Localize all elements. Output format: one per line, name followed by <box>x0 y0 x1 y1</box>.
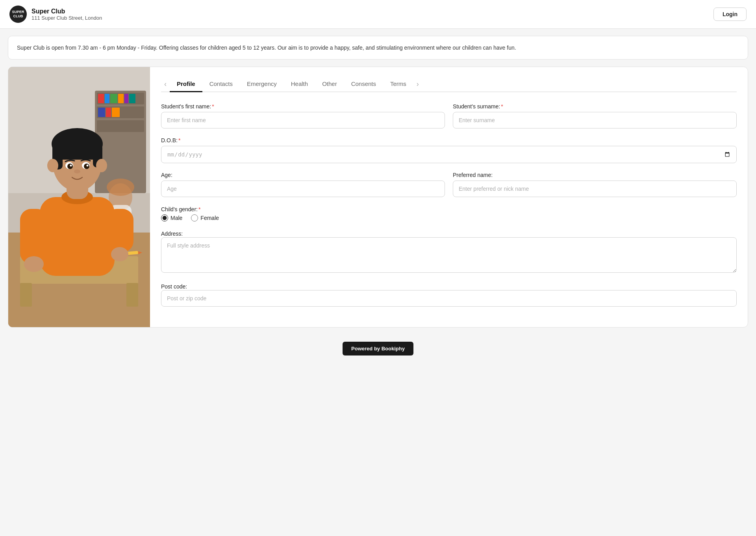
surname-group: Student's surname:* <box>453 103 737 128</box>
surname-required: * <box>501 103 503 110</box>
preferred-name-group: Preferred name: <box>453 172 737 197</box>
svg-rect-31 <box>20 209 48 264</box>
dob-required: * <box>178 137 180 143</box>
dob-row: D.O.B:* <box>161 137 737 163</box>
first-name-label: Student's first name:* <box>161 103 445 110</box>
main-card: ‹ Profile Contacts Emergency Health Othe… <box>8 67 748 328</box>
svg-rect-32 <box>106 209 133 252</box>
login-button[interactable]: Login <box>713 7 747 21</box>
address-input[interactable] <box>161 237 737 273</box>
gender-section: Child's gender:* Male Female <box>161 206 737 221</box>
logo: SUPER CLUB <box>9 6 27 23</box>
gender-male-label: Male <box>170 215 182 221</box>
photo-side <box>8 67 150 327</box>
gender-male-option[interactable]: Male <box>161 214 182 221</box>
age-preferred-row: Age: Preferred name: <box>161 172 737 197</box>
org-info: Super Club 111 Super Club Street, London <box>32 8 102 21</box>
form-side: ‹ Profile Contacts Emergency Health Othe… <box>150 67 748 327</box>
tab-prev-button[interactable]: ‹ <box>161 78 170 90</box>
tab-other[interactable]: Other <box>315 76 344 92</box>
svg-point-41 <box>47 159 58 172</box>
postcode-label: Post code: <box>161 283 187 290</box>
postcode-input[interactable] <box>161 290 737 307</box>
tab-next-button[interactable]: › <box>413 78 422 90</box>
svg-rect-9 <box>118 94 124 103</box>
svg-point-34 <box>111 247 128 261</box>
org-name: Super Club <box>32 8 102 15</box>
svg-point-45 <box>67 164 73 169</box>
address-label: Address: <box>161 231 183 237</box>
svg-rect-6 <box>98 94 104 103</box>
tab-health[interactable]: Health <box>284 76 315 92</box>
svg-point-46 <box>84 164 89 169</box>
header: SUPER CLUB Super Club 111 Super Club Str… <box>0 0 756 29</box>
age-group: Age: <box>161 172 445 197</box>
svg-rect-18 <box>126 283 138 307</box>
header-left: SUPER CLUB Super Club 111 Super Club Str… <box>9 6 102 23</box>
first-name-group: Student's first name:* <box>161 103 445 128</box>
svg-point-47 <box>70 165 72 167</box>
tab-contacts[interactable]: Contacts <box>202 76 240 92</box>
tab-consents[interactable]: Consents <box>344 76 383 92</box>
svg-rect-7 <box>105 94 109 103</box>
svg-rect-17 <box>20 283 32 307</box>
svg-point-48 <box>87 165 89 167</box>
tab-profile[interactable]: Profile <box>170 76 202 92</box>
age-label: Age: <box>161 172 445 178</box>
preferred-name-input[interactable] <box>453 181 737 197</box>
first-name-input[interactable] <box>161 112 445 128</box>
svg-point-33 <box>24 256 44 272</box>
gender-male-radio[interactable] <box>161 214 168 221</box>
first-name-required: * <box>212 103 214 110</box>
svg-rect-29 <box>40 197 115 276</box>
tabs-container: ‹ Profile Contacts Emergency Health Othe… <box>161 76 737 92</box>
footer: Powered by Bookiphy <box>0 335 756 362</box>
age-input[interactable] <box>161 181 445 197</box>
gender-female-radio[interactable] <box>191 214 198 221</box>
dob-group: D.O.B:* <box>161 137 737 163</box>
svg-rect-8 <box>110 94 117 103</box>
svg-rect-10 <box>124 94 128 103</box>
gender-female-label: Female <box>200 215 219 221</box>
dob-label: D.O.B:* <box>161 137 737 143</box>
dob-input[interactable] <box>161 146 737 163</box>
preferred-name-label: Preferred name: <box>453 172 737 178</box>
svg-point-27 <box>107 179 134 196</box>
gender-options: Male Female <box>161 214 737 221</box>
postcode-section: Post code: <box>161 283 737 307</box>
tab-terms[interactable]: Terms <box>383 76 413 92</box>
svg-rect-14 <box>112 108 120 117</box>
powered-by-badge: Powered by Bookiphy <box>343 342 413 355</box>
gender-label: Child's gender:* <box>161 206 200 212</box>
svg-rect-12 <box>98 108 105 117</box>
org-address: 111 Super Club Street, London <box>32 15 102 21</box>
svg-point-42 <box>96 159 107 172</box>
svg-rect-5 <box>97 120 144 132</box>
surname-input[interactable] <box>453 112 737 128</box>
surname-label: Student's surname:* <box>453 103 737 110</box>
address-section: Address: <box>161 230 737 274</box>
tab-emergency[interactable]: Emergency <box>240 76 284 92</box>
svg-rect-11 <box>129 94 135 103</box>
name-row: Student's first name:* Student's surname… <box>161 103 737 128</box>
svg-point-49 <box>74 169 80 173</box>
student-photo <box>8 67 150 327</box>
svg-rect-2 <box>95 91 146 193</box>
banner: Super Club is open from 7.30 am - 6 pm M… <box>8 36 748 60</box>
classroom-illustration <box>8 67 150 327</box>
gender-required: * <box>198 206 200 212</box>
banner-text: Super Club is open from 7.30 am - 6 pm M… <box>17 45 516 51</box>
gender-female-option[interactable]: Female <box>191 214 219 221</box>
svg-rect-13 <box>106 108 111 117</box>
